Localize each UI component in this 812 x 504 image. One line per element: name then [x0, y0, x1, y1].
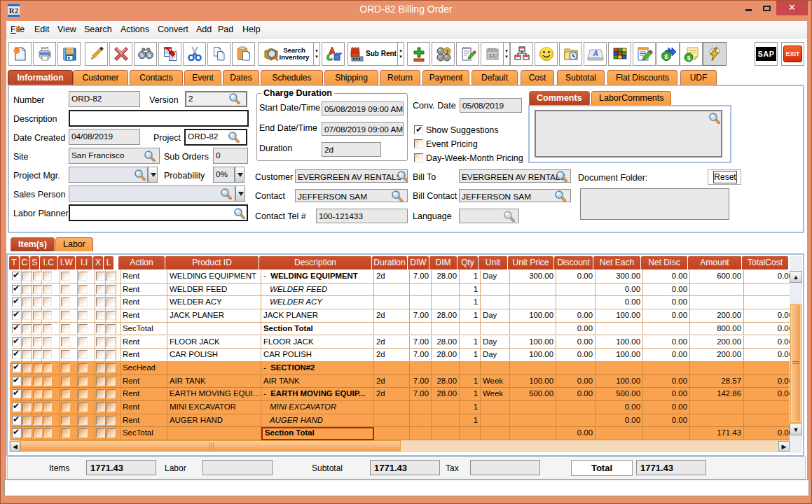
svg-text:$: $	[664, 52, 668, 60]
svg-text:?: ?	[445, 48, 449, 55]
svg-text:A: A	[592, 50, 598, 57]
svg-text:$: $	[687, 55, 690, 62]
